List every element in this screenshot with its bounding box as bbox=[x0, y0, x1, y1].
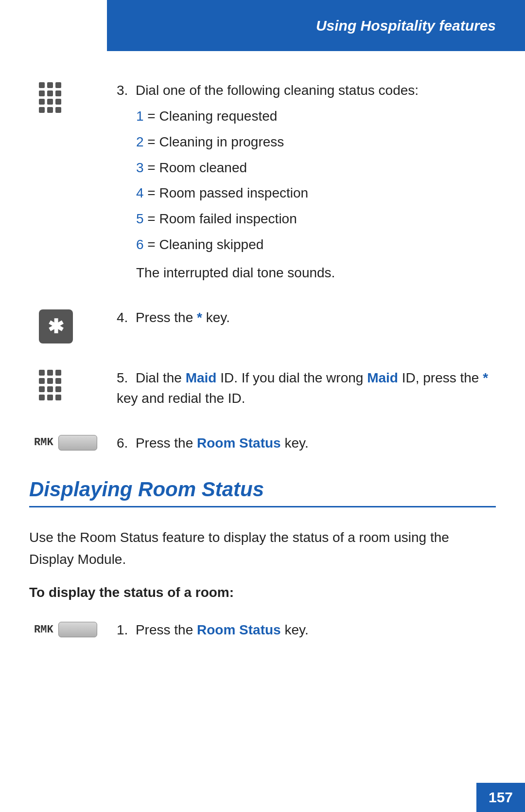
status-item-3: 3 = Room cleaned bbox=[136, 157, 496, 179]
maid-label-1: Maid bbox=[186, 370, 217, 385]
rmk-button-shape bbox=[58, 435, 97, 451]
rmk-text: RMK bbox=[34, 436, 53, 449]
status-item-2: 2 = Cleaning in progress bbox=[136, 131, 496, 153]
step-4-row: ✱ 4. Press the * key. bbox=[29, 307, 496, 343]
header-bar: Using Hospitality features bbox=[107, 0, 525, 51]
step-3-row: 3. Dial one of the following cleaning st… bbox=[29, 80, 496, 283]
status-item-6: 6 = Cleaning skipped bbox=[136, 234, 496, 256]
maid-label-2: Maid bbox=[367, 370, 398, 385]
step-6-row: RMK 6. Press the Room Status key. bbox=[29, 433, 496, 453]
step-5-row: 5. Dial the Maid ID. If you dial the wro… bbox=[29, 368, 496, 409]
section-title: Displaying Room Status bbox=[29, 478, 496, 501]
step-3-content: 3. Dial one of the following cleaning st… bbox=[117, 80, 496, 283]
step-5-number: 5. bbox=[117, 370, 136, 385]
step-3-text: Dial one of the following cleaning statu… bbox=[136, 83, 419, 98]
to-display-label: To display the status of a room: bbox=[29, 585, 496, 600]
star-label-2: * bbox=[483, 370, 488, 385]
keypad-icon-2 bbox=[39, 370, 61, 400]
main-content: 3. Dial one of the following cleaning st… bbox=[0, 51, 525, 694]
interrupted-tone-text: The interrupted dial tone sounds. bbox=[136, 263, 496, 283]
header-title: Using Hospitality features bbox=[316, 18, 496, 34]
star-key-label: * bbox=[197, 310, 202, 325]
status-item-1: 1 = Cleaning requested bbox=[136, 106, 496, 127]
step-4-number: 4. bbox=[117, 310, 136, 325]
step-6-content: 6. Press the Room Status key. bbox=[117, 433, 496, 453]
step-5-icon bbox=[29, 368, 117, 400]
step-6-icon: RMK bbox=[29, 433, 117, 451]
sub-step-1-content: 1. Press the Room Status key. bbox=[117, 620, 496, 640]
step-4-icon: ✱ bbox=[29, 307, 117, 343]
step-5-content: 5. Dial the Maid ID. If you dial the wro… bbox=[117, 368, 496, 409]
room-status-label-1: Room Status bbox=[197, 435, 281, 451]
section-intro: Use the Room Status feature to display t… bbox=[29, 527, 496, 571]
room-status-label-2: Room Status bbox=[197, 622, 281, 637]
rmk-key-icon-2: RMK bbox=[34, 622, 97, 637]
page-number-box: 157 bbox=[476, 783, 525, 812]
step-3-number: 3. bbox=[117, 83, 136, 98]
sub-step-1-icon: RMK bbox=[29, 620, 117, 637]
status-codes-list: 1 = Cleaning requested 2 = Cleaning in p… bbox=[136, 106, 496, 283]
status-item-4: 4 = Room passed inspection bbox=[136, 182, 496, 204]
sub-step-1-row: RMK 1. Press the Room Status key. bbox=[29, 620, 496, 640]
rmk-text-2: RMK bbox=[34, 624, 53, 636]
sub-step-1-number: 1. bbox=[117, 622, 136, 637]
rmk-button-shape-2 bbox=[58, 622, 97, 637]
page-number: 157 bbox=[489, 789, 513, 806]
step-4-content: 4. Press the * key. bbox=[117, 307, 496, 328]
section-heading: Displaying Room Status bbox=[29, 478, 496, 507]
status-item-5: 5 = Room failed inspection bbox=[136, 208, 496, 230]
keypad-icon bbox=[39, 82, 61, 113]
step-6-number: 6. bbox=[117, 435, 136, 451]
rmk-key-icon: RMK bbox=[34, 435, 97, 451]
step-3-icon bbox=[29, 80, 117, 113]
star-key-icon: ✱ bbox=[39, 309, 73, 343]
